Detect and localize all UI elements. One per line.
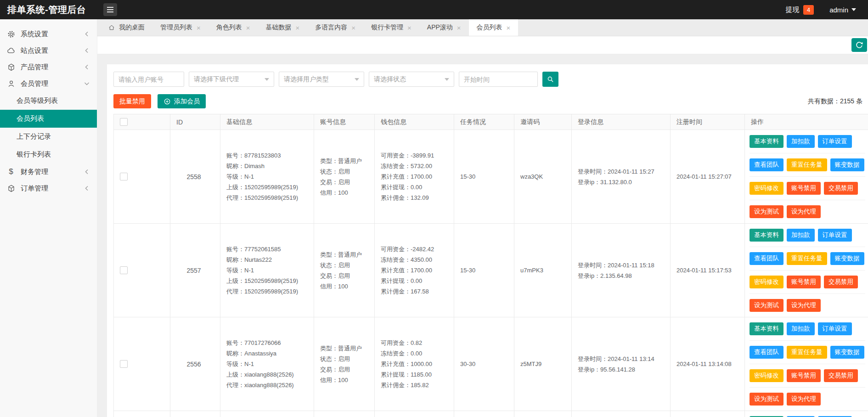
sidebar-item-finance-manage[interactable]: $财务管理 [0, 163, 97, 180]
account-changes-button[interactable]: 账变数据 [830, 158, 864, 171]
sidebar-item-system-settings[interactable]: 系统设置 [0, 26, 97, 42]
sidebar-subitem-bankcard-list[interactable]: 银行卡列表 [0, 146, 97, 163]
sidebar-item-site-settings[interactable]: 站点设置 [0, 42, 97, 59]
cube-icon [6, 184, 16, 193]
tab-role-list[interactable]: 角色列表× [209, 19, 258, 36]
withdraw-link[interactable]: 提现 4 [785, 5, 814, 15]
disable-trade-button[interactable]: 交易禁用 [824, 369, 858, 382]
tab-base-data[interactable]: 基础数据× [258, 19, 308, 36]
view-team-button[interactable]: 查看团队 [750, 252, 783, 265]
chevron-down-icon [265, 78, 269, 83]
close-icon[interactable]: × [507, 24, 511, 31]
sidebar-item-label: 产品管理 [21, 63, 48, 72]
close-icon[interactable]: × [296, 24, 300, 31]
table-body: 2558账号：87781523803昵称：Dimash等级：N-1上级：1520… [114, 130, 868, 417]
reset-tasks-button[interactable]: 重置任务量 [787, 158, 827, 171]
wallet-info-cell: 可用资金：0.82冻结资金：0.00累计充值：1000.00累计提现：1185.… [375, 317, 454, 411]
row-checkbox[interactable] [120, 360, 128, 368]
search-button[interactable] [542, 72, 558, 87]
action-line: 设为测试设为代理 [750, 388, 865, 411]
disable-account-button[interactable]: 账号禁用 [787, 369, 821, 382]
tab-bankcard-manage[interactable]: 银行卡管理× [363, 19, 419, 36]
basic-info-button[interactable]: 基本资料 [750, 322, 783, 335]
info-line: 累计佣金：185.82 [381, 380, 451, 390]
basic-info-button[interactable]: 基本资料 [750, 229, 783, 242]
row-checkbox[interactable] [120, 266, 128, 274]
close-icon[interactable]: × [197, 24, 201, 31]
info-line: 可用资金：-2482.42 [381, 244, 451, 254]
tab-my-desktop[interactable]: 我的桌面 [101, 19, 152, 36]
select-all-checkbox[interactable] [120, 118, 128, 126]
order-settings-button[interactable]: 订单设置 [818, 135, 852, 148]
set-agent-button[interactable]: 设为代理 [787, 205, 821, 218]
tab-app-scroll[interactable]: APP滚动× [419, 19, 469, 36]
invite-code-cell: z5MTJ9 [514, 317, 572, 411]
info-line: 交易：启用 [320, 364, 372, 375]
order-settings-button[interactable]: 订单设置 [818, 322, 852, 335]
basic-info-button[interactable]: 基本资料 [750, 135, 783, 148]
set-test-button[interactable]: 设为测试 [750, 393, 783, 406]
close-icon[interactable]: × [246, 24, 250, 31]
close-icon[interactable]: × [407, 24, 411, 31]
status-select[interactable]: 请选择状态 [369, 72, 454, 87]
sidebar-subitem-member-level-list[interactable]: 会员等级列表 [0, 92, 97, 110]
invite-code-cell [514, 411, 572, 417]
set-test-button[interactable]: 设为测试 [750, 299, 783, 312]
filter-row: 请选择下级代理 请选择用户类型 请选择状态 [113, 72, 868, 87]
info-line: 累计提现：0.00 [381, 182, 451, 192]
set-test-button[interactable]: 设为测试 [750, 205, 783, 218]
add-member-button[interactable]: 添加会员 [158, 94, 206, 108]
disable-trade-button[interactable]: 交易禁用 [824, 182, 858, 195]
disable-account-button[interactable]: 账号禁用 [787, 182, 821, 195]
view-team-button[interactable]: 查看团队 [750, 346, 783, 359]
disable-account-button[interactable]: 账号禁用 [787, 276, 821, 288]
wallet-info-cell [375, 411, 454, 417]
table-row: 2558账号：87781523803昵称：Dimash等级：N-1上级：1520… [114, 130, 868, 224]
account-changes-button[interactable]: 账变数据 [830, 346, 864, 359]
start-time-input[interactable] [459, 72, 538, 87]
reset-tasks-button[interactable]: 重置任务量 [787, 346, 827, 359]
add-deduct-button[interactable]: 加扣款 [787, 135, 815, 148]
view-team-button[interactable]: 查看团队 [750, 158, 783, 171]
tab-member-list[interactable]: 会员列表× [469, 19, 519, 36]
password-edit-button[interactable]: 密码修改 [750, 276, 783, 288]
password-edit-button[interactable]: 密码修改 [750, 369, 783, 382]
sidebar-item-member-manage[interactable]: 会员管理 [0, 75, 97, 92]
refresh-button[interactable] [851, 38, 867, 52]
user-type-select[interactable]: 请选择用户类型 [279, 72, 364, 87]
add-deduct-button[interactable]: 加扣款 [787, 229, 815, 242]
column-header: 操作 [745, 114, 868, 130]
chevron-down-icon [84, 81, 90, 86]
set-agent-button[interactable]: 设为代理 [787, 393, 821, 406]
info-line: 冻结资金：4350.00 [381, 254, 451, 265]
user-menu[interactable]: admin [829, 6, 856, 14]
add-deduct-button[interactable]: 加扣款 [787, 322, 815, 335]
tab-multilang[interactable]: 多语言内容× [307, 19, 363, 36]
sidebar-subitem-label: 会员等级列表 [17, 96, 58, 105]
sidebar-item-order-manage[interactable]: 订单管理 [0, 180, 97, 197]
select-all-cell [114, 114, 170, 130]
sidebar-item-product-manage[interactable]: 产品管理 [0, 59, 97, 75]
wallet-info-cell: 可用资金：-2482.42冻结资金：4350.00累计充值：1700.00累计提… [375, 224, 454, 317]
account-changes-button[interactable]: 账变数据 [830, 252, 864, 265]
sidebar-subitem-member-list[interactable]: 会员列表 [0, 110, 97, 128]
password-edit-button[interactable]: 密码修改 [750, 182, 783, 195]
sidebar-subitem-label: 会员列表 [17, 114, 44, 123]
sidebar-subitem-updown-records[interactable]: 上下分记录 [0, 128, 97, 146]
hamburger-menu-icon[interactable] [103, 3, 117, 16]
row-checkbox[interactable] [120, 173, 128, 180]
tab-admin-list[interactable]: 管理员列表× [152, 19, 209, 36]
agent-select[interactable]: 请选择下级代理 [189, 72, 274, 87]
batch-disable-button[interactable]: 批量禁用 [113, 94, 151, 108]
set-agent-button[interactable]: 设为代理 [787, 299, 821, 312]
info-line: 类型：普通用户 [320, 156, 372, 166]
close-icon[interactable]: × [351, 24, 355, 31]
account-search-input[interactable] [113, 72, 184, 87]
close-icon[interactable]: × [457, 24, 461, 31]
tasks-cell: 30-30 [454, 317, 514, 411]
chevron-left-icon [84, 169, 90, 175]
reset-tasks-button[interactable]: 重置任务量 [787, 252, 827, 265]
order-settings-button[interactable]: 订单设置 [818, 229, 852, 242]
disable-trade-button[interactable]: 交易禁用 [824, 276, 858, 288]
info-line: 登录ip：95.56.141.28 [578, 364, 667, 375]
